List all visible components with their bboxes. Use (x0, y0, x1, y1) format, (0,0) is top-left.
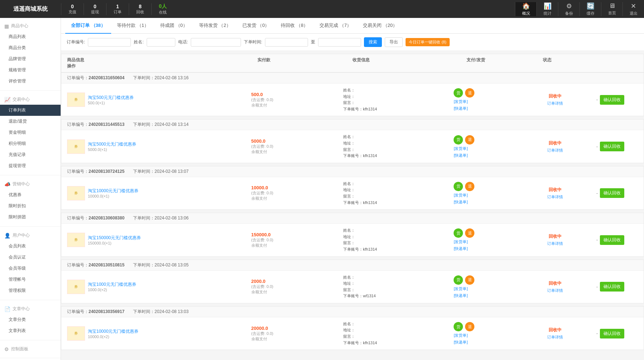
dash-button[interactable]: - (596, 284, 598, 290)
refund-icon-btn[interactable]: 退 (465, 322, 474, 331)
order-detail-link[interactable]: 订单详情 (547, 148, 563, 153)
kuaidi-link[interactable]: [快递单] (454, 246, 527, 251)
tab-交易完成[interactable]: 交易完成 （7） (314, 18, 357, 34)
refund-icon-btn[interactable]: 退 (465, 135, 474, 145)
dash-button[interactable]: - (596, 331, 598, 336)
sidebar-item-商品列表[interactable]: 商品列表 (0, 31, 61, 42)
sidebar-item-限时拼团[interactable]: 限时拼团 (0, 212, 61, 223)
fapiao-link[interactable]: [发货单] (454, 286, 527, 292)
product-name[interactable]: 淘宝5000元无门槛优惠券 (88, 141, 136, 147)
section-title: 👤用户中心 (0, 230, 61, 241)
order-detail-link[interactable]: 订单详情 (547, 101, 563, 106)
export-button[interactable]: 导出 (385, 37, 403, 47)
nav-item-备份[interactable]: ⚙备份 (558, 2, 579, 16)
fapiao-link[interactable]: [发货单] (454, 193, 527, 198)
product-name[interactable]: 淘宝10000元无门槛优惠券 (88, 188, 138, 194)
product-name[interactable]: 淘宝10000元无门槛优惠券 (88, 328, 138, 335)
ship-icon-btn[interactable]: 货 (454, 182, 463, 191)
product-name[interactable]: 淘宝1000元无门槛优惠券 (88, 281, 136, 288)
order-row: 券 淘宝10000元无门槛优惠券 10000.0(×2) 20000.0 (含运… (61, 317, 644, 350)
ship-icon-btn[interactable]: 货 (454, 135, 463, 145)
sidebar-item-管理帐号[interactable]: 管理帐号 (0, 274, 61, 285)
ship-icon-btn[interactable]: 货 (454, 228, 463, 238)
order-detail-link[interactable]: 订单详情 (547, 194, 563, 200)
online-value: 0人 (159, 3, 167, 10)
sidebar-item-会员认证[interactable]: 会员认证 (0, 252, 61, 263)
dash-button[interactable]: - (596, 190, 598, 196)
sidebar-item-评价管理[interactable]: 评价管理 (0, 76, 61, 87)
phone-input[interactable] (191, 38, 241, 47)
sidebar-item-会员等级[interactable]: 会员等级 (0, 263, 61, 274)
product-quantity: 5000.0(×1) (88, 147, 136, 152)
product-name[interactable]: 淘宝150000元无门槛优惠券 (88, 235, 141, 241)
refund-icon-btn[interactable]: 退 (465, 182, 474, 191)
sidebar-item-品牌管理[interactable]: 品牌管理 (0, 53, 61, 65)
ship-icon-btn[interactable]: 货 (454, 275, 463, 285)
nav-item-统计[interactable]: 📊统计 (536, 2, 558, 16)
order-time-end[interactable] (318, 38, 361, 47)
refund-icon-btn[interactable]: 退 (465, 228, 474, 238)
sidebar-item-文章分类[interactable]: 文章分类 (0, 314, 61, 325)
confirm-button[interactable]: 确认回收 (600, 95, 624, 105)
confirm-button[interactable]: 确认回收 (600, 282, 624, 292)
fapiao-link[interactable]: [发货单] (454, 333, 527, 338)
nav-item-退出[interactable]: ✕退出 (622, 2, 644, 16)
refund-icon-btn[interactable]: 退 (465, 88, 474, 98)
nav-item-缓存[interactable]: 🔄缓存 (579, 2, 601, 16)
sidebar-item-管理权限[interactable]: 管理权限 (0, 285, 61, 296)
today-recycle-button[interactable]: 今日订单一键回收 (8) (406, 38, 450, 46)
sidebar-item-会员列表[interactable]: 会员列表 (0, 241, 61, 252)
product-thumb: 券 (67, 326, 85, 341)
tab-待成团[interactable]: 待成团 （0） (155, 18, 193, 34)
kuaidi-link[interactable]: [快递单] (454, 340, 527, 345)
sidebar-item-积分明细[interactable]: 积分明细 (0, 138, 61, 149)
price-col: 500.0 (含运费: 0.0) 余额支付 (251, 92, 344, 108)
sidebar-item-文章列表[interactable]: 文章列表 (0, 325, 61, 336)
kuaidi-link[interactable]: [快递单] (454, 199, 527, 205)
sidebar-item-限时折扣[interactable]: 限时折扣 (0, 200, 61, 212)
sidebar-item-提现管理[interactable]: 提现管理 (0, 160, 61, 171)
dash-button[interactable]: - (596, 97, 598, 103)
sidebar-item-商品分类[interactable]: 商品分类 (0, 42, 61, 53)
order-no-input[interactable] (88, 38, 131, 47)
tab-等待发货[interactable]: 等待发货 （2） (193, 18, 237, 34)
fapiao-link[interactable]: [发货单] (454, 99, 527, 104)
fapiao-link[interactable]: [发货单] (454, 146, 527, 151)
confirm-button[interactable]: 确认回收 (600, 142, 624, 151)
nav-item-概况[interactable]: 🏠概况 (515, 2, 536, 16)
search-button[interactable]: 搜索 (364, 37, 382, 47)
kuaidi-link[interactable]: [快递单] (454, 106, 527, 111)
ship-icon-btn[interactable]: 货 (454, 322, 463, 331)
nav-item-首页[interactable]: 🖥首页 (601, 2, 622, 16)
sidebar-item-资金明细[interactable]: 资金明细 (0, 127, 61, 138)
confirm-button[interactable]: 确认回收 (600, 235, 624, 245)
confirm-button[interactable]: 确认回收 (600, 329, 624, 338)
dash-button[interactable]: - (596, 237, 598, 243)
kuaidi-link[interactable]: [快递单] (454, 153, 527, 158)
ship-icon-btn[interactable]: 货 (454, 88, 463, 98)
order-detail-link[interactable]: 订单详情 (547, 241, 563, 246)
tab-交易关闭[interactable]: 交易关闭 （20） (357, 18, 403, 34)
tab-等待付款[interactable]: 等待付款 （1） (111, 18, 155, 34)
order-detail-link[interactable]: 订单详情 (547, 288, 563, 293)
sidebar-item-充值记录[interactable]: 充值记录 (0, 149, 61, 160)
order-detail-link[interactable]: 订单详情 (547, 335, 563, 340)
name-input[interactable] (147, 38, 175, 47)
tab-待回收[interactable]: 待回收 （8） (275, 18, 314, 34)
status-col: 回收中 订单详情 (527, 93, 583, 106)
tab-已发货[interactable]: 已发货 （0） (237, 18, 275, 34)
refund-icon-btn[interactable]: 退 (465, 275, 474, 285)
nav-icon-首页: 🖥 (609, 2, 615, 10)
product-name[interactable]: 淘宝500元无门槛优惠券 (88, 95, 134, 101)
sidebar-item-退款/退货[interactable]: 退款/退货 (0, 116, 61, 127)
nav-icon-概况: 🏠 (522, 2, 530, 10)
kuaidi-link[interactable]: [快递单] (454, 293, 527, 298)
sidebar-item-优惠券[interactable]: 优惠券 (0, 189, 61, 200)
tab-全部订单[interactable]: 全部订单 （38） (65, 18, 111, 34)
dash-button[interactable]: - (596, 144, 598, 150)
fapiao-link[interactable]: [发货单] (454, 239, 527, 245)
confirm-button[interactable]: 确认回收 (600, 188, 624, 198)
order-time-start[interactable] (265, 38, 308, 47)
sidebar-item-规格管理[interactable]: 规格管理 (0, 65, 61, 76)
sidebar-item-订单列表[interactable]: 订单列表 (0, 105, 61, 116)
